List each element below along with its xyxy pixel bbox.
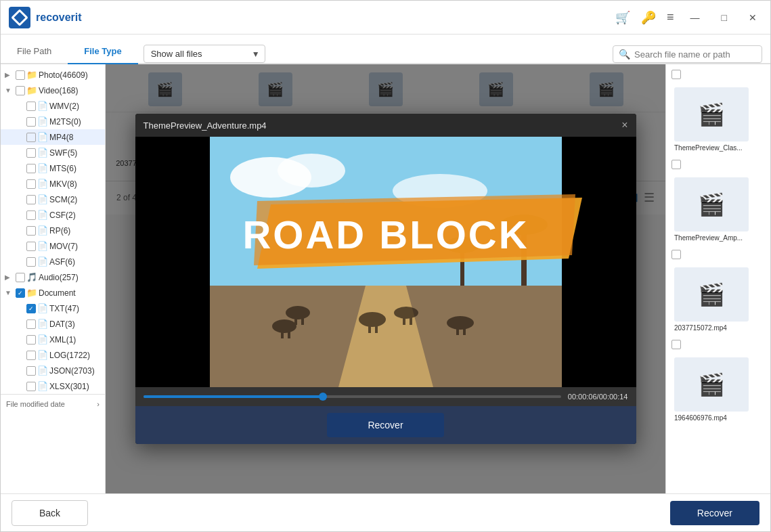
checkbox-document[interactable] [16,288,25,298]
sidebar-label-log: LOG(1722) [49,351,90,360]
checkbox-audio[interactable] [16,273,25,282]
sidebar-item-xml[interactable]: 📄 XML(1) [1,332,105,347]
progress-track[interactable] [144,395,561,398]
title-bar: recoverit 🛒 🔑 ≡ — □ ✕ [1,1,770,35]
cart-icon[interactable]: 🛒 [615,10,630,25]
sidebar-item-asf[interactable]: 📄 ASF(6) [1,254,105,269]
key-icon[interactable]: 🔑 [641,10,656,25]
sidebar-label-csf: CSF(2) [49,210,76,220]
checkbox-xlsx[interactable] [26,382,36,391]
right-panel-item-1[interactable]: 🎬 ThemePreview_Clas... [671,85,765,154]
sidebar-label-audio: Audio(257) [39,273,79,282]
checkbox-mov[interactable] [26,242,36,251]
sidebar-item-dat[interactable]: 📄 DAT(3) [1,316,105,332]
svg-point-24 [394,307,418,319]
sidebar-item-m2ts[interactable]: 📄 M2TS(0) [1,114,105,129]
right-panel-row-3 [671,250,765,259]
close-button[interactable]: ✕ [743,9,762,26]
svg-rect-1 [135,137,210,387]
tab-file-type[interactable]: File Type [68,39,137,64]
folder-icon-mts: 📄 [37,163,48,173]
sidebar-item-txt[interactable]: 📄 TXT(47) [1,301,105,316]
sidebar-item-mp4[interactable]: 📄 MP4(8 [1,129,105,145]
folder-icon-photo: 📁 [26,70,37,80]
sidebar-item-scm[interactable]: 📄 SCM(2) [1,192,105,207]
checkbox-video[interactable] [16,86,25,95]
expand-icon: ▶ [5,71,14,79]
file-type-dropdown[interactable]: Show all files Photos Videos Audio Docum… [144,45,265,63]
checkbox-json[interactable] [26,366,36,376]
sidebar-item-json[interactable]: 📄 JSON(2703) [1,363,105,378]
tab-file-path[interactable]: File Path [1,39,68,64]
video-modal-close-button[interactable]: × [621,119,627,131]
checkbox-wmv[interactable] [26,102,36,111]
time-total: 00:00:14 [599,393,628,401]
sidebar-item-xlsx[interactable]: 📄 XLSX(301) [1,378,105,394]
back-button[interactable]: Back [12,500,88,526]
sidebar-item-photo[interactable]: ▶ 📁 Photo(46609) [1,67,105,83]
sidebar-label-json: JSON(2703) [49,366,95,376]
folder-icon-xlsx: 📄 [37,381,48,391]
svg-point-18 [286,306,310,319]
right-panel-row-1 [671,70,765,79]
checkbox-log[interactable] [26,351,36,360]
folder-icon-rp: 📄 [37,225,48,236]
sidebar-item-wmv[interactable]: 📄 WMV(2) [1,98,105,114]
checkbox-mts[interactable] [26,164,36,173]
video-modal-header: ThemePreview_Adventure.mp4 × [135,114,636,137]
video-recover-button[interactable]: Recover [327,413,443,437]
menu-icon[interactable]: ≡ [667,10,674,24]
checkbox-mkv[interactable] [26,179,36,189]
title-bar-left: recoverit [9,7,82,28]
maximize-button[interactable]: □ [716,9,732,26]
sidebar-item-mkv[interactable]: 📄 MKV(8) [1,176,105,192]
checkbox-xml[interactable] [26,335,36,345]
progress-fill [144,395,323,398]
search-icon: 🔍 [619,49,630,60]
main-layout: ▶ 📁 Photo(46609) ▼ 📁 Video(168) 📄 WMV(2) [1,64,770,493]
sidebar-item-video[interactable]: ▼ 📁 Video(168) [1,83,105,98]
right-checkbox-4[interactable] [671,340,681,349]
checkbox-dat[interactable] [26,319,36,329]
right-panel-item-3[interactable]: 🎬 2037715072.mp4 [671,265,765,334]
checkbox-photo[interactable] [16,70,25,80]
sidebar-footer-date[interactable]: File modified date › [1,394,105,414]
right-panel-item-4[interactable]: 🎬 1964606976.mp4 [671,355,765,424]
minimize-button[interactable]: — [685,9,705,26]
checkbox-rp[interactable] [26,226,36,236]
folder-icon-audio: 🎵 [26,272,37,282]
svg-rect-19 [294,313,297,325]
checkbox-csf[interactable] [26,210,36,220]
svg-point-27 [447,316,474,330]
sidebar-item-log[interactable]: 📄 LOG(1722) [1,347,105,363]
right-panel-item-2[interactable]: 🎬 ThemePreview_Amp... [671,175,765,244]
right-filename-1: ThemePreview_Clas... [674,144,743,152]
sidebar-item-mts[interactable]: 📄 MTS(6) [1,160,105,176]
checkbox-scm[interactable] [26,195,36,204]
checkbox-mp4[interactable] [26,133,36,142]
checkbox-swf[interactable] [26,148,36,158]
sidebar-item-document[interactable]: ▼ 📁 Document [1,285,105,301]
sidebar-item-mov[interactable]: 📄 MOV(7) [1,238,105,254]
sidebar-item-rp[interactable]: 📄 RP(6) [1,223,105,238]
app-name: recoverit [36,12,82,24]
video-modal-filename: ThemePreview_Adventure.mp4 [144,120,267,131]
right-checkbox-3[interactable] [671,250,681,259]
right-filename-3: 2037715072.mp4 [674,324,727,332]
progress-thumb[interactable] [319,393,327,401]
sidebar-item-csf[interactable]: 📄 CSF(2) [1,207,105,223]
checkbox-m2ts[interactable] [26,117,36,127]
right-checkbox-1[interactable] [671,70,681,79]
sidebar-label-mov: MOV(7) [49,242,78,251]
right-checkbox-2[interactable] [671,160,681,169]
search-input[interactable] [634,49,756,60]
video-progress-bar[interactable]: 00:00:06/00:00:14 [135,387,636,406]
file-type-select[interactable]: Show all files Photos Videos Audio Docum… [144,45,265,63]
search-bar: 🔍 [613,45,762,63]
checkbox-txt[interactable] [26,304,36,313]
checkbox-asf[interactable] [26,257,36,267]
sidebar-item-swf[interactable]: 📄 SWF(5) [1,145,105,160]
recover-button[interactable]: Recover [670,501,759,525]
right-filename-2: ThemePreview_Amp... [674,234,743,242]
sidebar-item-audio[interactable]: ▶ 🎵 Audio(257) [1,269,105,285]
